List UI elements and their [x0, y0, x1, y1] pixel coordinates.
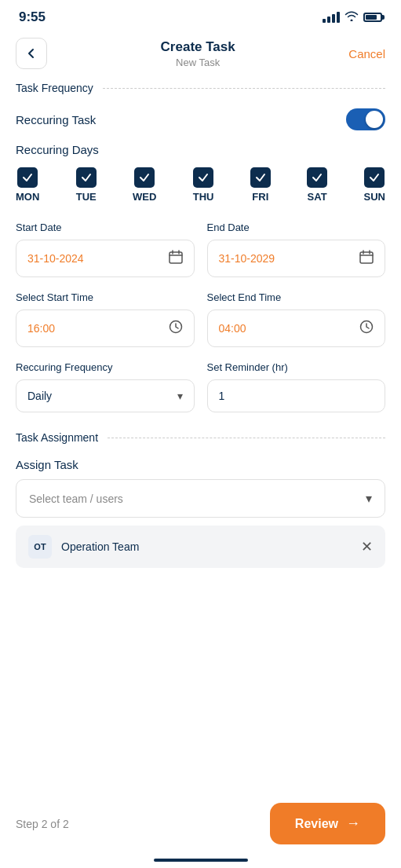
svg-rect-1 — [360, 252, 373, 263]
footer: Step 2 of 2 Review → — [0, 790, 401, 868]
end-time-value: 04:00 — [219, 322, 246, 335]
day-label-sun: SUN — [363, 191, 385, 203]
start-time-group: Select Start Time 16:00 — [16, 291, 195, 347]
frequency-label: Reccuring Frequency — [16, 361, 195, 373]
day-checkbox-mon[interactable] — [17, 167, 38, 188]
team-avatar: OT — [28, 535, 52, 559]
day-item-mon[interactable]: MON — [16, 167, 39, 203]
start-date-label: Start Date — [16, 222, 195, 233]
frequency-group: Reccuring Frequency Daily ▾ — [16, 361, 195, 412]
end-time-input[interactable]: 04:00 — [207, 309, 386, 347]
selected-team-tag: OT Operation Team ✕ — [16, 526, 385, 568]
start-date-input[interactable]: 31-10-2024 — [16, 240, 195, 277]
wifi-icon — [344, 10, 359, 24]
day-label-fri: FRI — [252, 191, 268, 203]
remove-team-button[interactable]: ✕ — [361, 538, 373, 555]
day-label-wed: WED — [133, 191, 156, 203]
day-label-tue: TUE — [76, 191, 97, 203]
chevron-down-icon: ▾ — [177, 390, 183, 402]
recurring-days-label: Reccuring Days — [16, 143, 385, 156]
clock-icon-end — [359, 320, 374, 337]
reminder-label: Set Reminder (hr) — [207, 361, 386, 373]
status-icons — [323, 10, 382, 24]
freq-reminder-row: Reccuring Frequency Daily ▾ Set Reminder… — [16, 361, 385, 412]
signal-icon — [323, 12, 340, 23]
frequency-value: Daily — [27, 390, 52, 402]
day-item-tue[interactable]: TUE — [76, 167, 97, 203]
team-name: Operation Team — [61, 540, 352, 553]
day-checkbox-tue[interactable] — [76, 167, 97, 188]
day-item-sat[interactable]: SAT — [307, 167, 327, 203]
end-date-label: End Date — [207, 222, 386, 233]
date-row: Start Date 31-10-2024 End Date 31-10-202… — [16, 222, 385, 277]
svg-rect-0 — [170, 252, 182, 263]
day-label-mon: MON — [16, 191, 39, 203]
status-time: 9:55 — [19, 9, 46, 25]
page-title: Create Task — [161, 39, 235, 55]
day-item-sun[interactable]: SUN — [363, 167, 385, 203]
end-time-group: Select End Time 04:00 — [207, 291, 386, 347]
status-bar: 9:55 — [0, 0, 401, 31]
days-row: MON TUE WED THU FRI — [16, 167, 385, 203]
step-label: Step 2 of 2 — [16, 818, 69, 830]
battery-icon — [363, 13, 382, 22]
clock-icon-start — [169, 320, 183, 337]
end-date-input[interactable]: 31-10-2029 — [207, 240, 386, 277]
task-frequency-label: Task Frequency — [16, 82, 93, 94]
recurring-task-label: Reccuring Task — [16, 113, 96, 126]
assign-task-section: Assign Task Select team / users ▾ OT Ope… — [16, 458, 385, 568]
day-checkbox-sat[interactable] — [307, 167, 327, 188]
task-assignment-label: Task Assignment — [16, 431, 98, 444]
task-assignment-section-header: Task Assignment — [16, 431, 385, 444]
day-label-thu: THU — [193, 191, 214, 203]
chevron-down-team-icon: ▾ — [366, 491, 372, 506]
start-time-value: 16:00 — [27, 322, 55, 335]
page-subtitle: New Task — [161, 57, 235, 68]
day-item-fri[interactable]: FRI — [250, 167, 271, 203]
start-time-input[interactable]: 16:00 — [16, 309, 195, 347]
reminder-input[interactable] — [207, 379, 386, 412]
day-checkbox-wed[interactable] — [134, 167, 155, 188]
task-frequency-section-header: Task Frequency — [16, 82, 385, 94]
toggle-knob — [366, 111, 383, 128]
end-date-value: 31-10-2029 — [219, 252, 275, 265]
select-team-dropdown[interactable]: Select team / users ▾ — [16, 479, 385, 518]
day-item-thu[interactable]: THU — [193, 167, 214, 203]
time-row: Select Start Time 16:00 Select End Time … — [16, 291, 385, 347]
calendar-icon-start — [169, 250, 183, 267]
day-checkbox-fri[interactable] — [250, 167, 271, 188]
cancel-button[interactable]: Cancel — [348, 47, 385, 60]
calendar-icon-end — [359, 250, 374, 267]
day-label-sat: SAT — [308, 191, 327, 203]
home-indicator — [154, 859, 248, 862]
start-date-value: 31-10-2024 — [27, 252, 84, 265]
header: Create Task New Task Cancel — [0, 31, 401, 82]
reminder-group: Set Reminder (hr) — [207, 361, 386, 412]
recurring-task-toggle[interactable] — [346, 108, 385, 130]
start-time-label: Select Start Time — [16, 291, 195, 303]
section-divider-2 — [108, 438, 385, 438]
review-button[interactable]: Review → — [270, 803, 385, 844]
end-time-label: Select End Time — [207, 291, 386, 303]
arrow-icon: → — [346, 815, 360, 832]
section-divider — [103, 88, 385, 89]
header-center: Create Task New Task — [161, 39, 235, 68]
day-item-wed[interactable]: WED — [133, 167, 156, 203]
assign-task-label: Assign Task — [16, 458, 385, 471]
select-team-placeholder: Select team / users — [29, 493, 123, 505]
review-label: Review — [295, 817, 338, 831]
start-date-group: Start Date 31-10-2024 — [16, 222, 195, 277]
back-button[interactable] — [16, 38, 47, 69]
main-content: Task Frequency Reccuring Task Reccuring … — [0, 82, 401, 568]
recurring-task-row: Reccuring Task — [16, 108, 385, 130]
end-date-group: End Date 31-10-2029 — [207, 222, 386, 277]
day-checkbox-sun[interactable] — [364, 167, 385, 188]
day-checkbox-thu[interactable] — [193, 167, 213, 188]
frequency-select[interactable]: Daily ▾ — [16, 379, 195, 412]
